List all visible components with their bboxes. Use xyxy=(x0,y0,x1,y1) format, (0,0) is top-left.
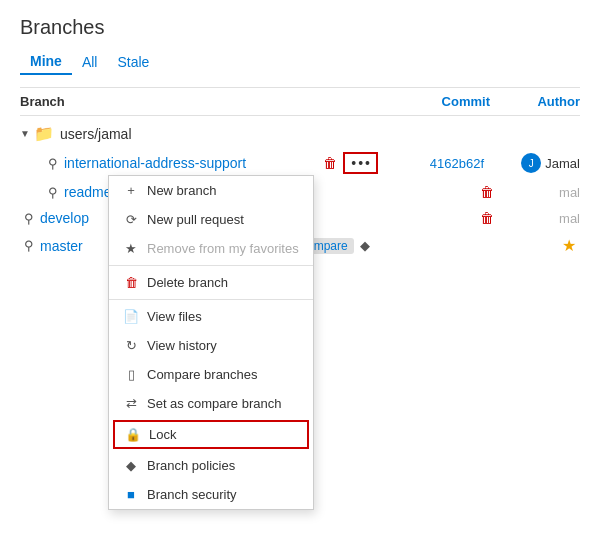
file-icon: 📄 xyxy=(123,309,139,324)
delete-branch-icon[interactable]: 🗑 xyxy=(323,155,337,171)
tabs-bar: Mine All Stale xyxy=(20,49,580,75)
menu-item-lock[interactable]: 🔒 Lock xyxy=(113,420,309,449)
compare-icon: ▯ xyxy=(123,367,139,382)
group-header[interactable]: ▼ 📁 users/jamal xyxy=(20,120,580,147)
commit-hash-international: 4162b62f xyxy=(384,156,484,171)
menu-label-set-compare: Set as compare branch xyxy=(147,396,281,411)
delete-develop-icon[interactable]: 🗑 xyxy=(480,210,494,226)
menu-label-lock: Lock xyxy=(149,427,176,442)
author-develop: mal xyxy=(500,211,580,226)
avatar-international: J xyxy=(521,153,541,173)
menu-item-view-history[interactable]: ↻ View history xyxy=(109,331,313,360)
tab-stale[interactable]: Stale xyxy=(107,49,159,75)
tab-all[interactable]: All xyxy=(72,49,108,75)
branch-actions-develop: 🗑 mal xyxy=(480,210,580,226)
menu-separator-1 xyxy=(109,265,313,266)
chevron-icon: ▼ xyxy=(20,128,30,139)
policy-icon: ◆ xyxy=(123,458,139,473)
branch-icon-develop: ⚲ xyxy=(24,211,34,226)
security-icon: ■ xyxy=(123,487,139,502)
menu-label-compare-branches: Compare branches xyxy=(147,367,258,382)
branch-group-users-jamal: ▼ 📁 users/jamal ⚲ international-address-… xyxy=(20,120,580,205)
branch-row-wrapper-international: ⚲ international-address-support 🗑 ••• 41… xyxy=(48,147,580,179)
menu-item-compare-branches[interactable]: ▯ Compare branches xyxy=(109,360,313,389)
page-container: Branches Mine All Stale Branch Commit Au… xyxy=(0,0,600,276)
menu-label-new-branch: New branch xyxy=(147,183,216,198)
col-commit-header: Commit xyxy=(390,94,490,109)
branch-list: ⚲ international-address-support 🗑 ••• 41… xyxy=(48,147,580,205)
menu-item-view-files[interactable]: 📄 View files xyxy=(109,302,313,331)
col-author-header: Author xyxy=(490,94,580,109)
menu-item-new-branch[interactable]: + New branch xyxy=(109,176,313,205)
menu-item-branch-policies[interactable]: ◆ Branch policies xyxy=(109,451,313,480)
table-header: Branch Commit Author xyxy=(20,87,580,116)
favorite-star-icon[interactable]: ★ xyxy=(562,236,576,255)
plus-icon: + xyxy=(123,183,139,198)
menu-label-view-files: View files xyxy=(147,309,202,324)
menu-separator-2 xyxy=(109,299,313,300)
delete-readme-icon[interactable]: 🗑 xyxy=(480,184,494,200)
tab-mine[interactable]: Mine xyxy=(20,49,72,75)
menu-label-branch-policies: Branch policies xyxy=(147,458,235,473)
lock-icon: 🔒 xyxy=(125,427,141,442)
menu-item-new-pull-request[interactable]: ⟳ New pull request xyxy=(109,205,313,234)
branch-actions-international: 🗑 ••• 4162b62f J Jamal xyxy=(323,152,580,174)
col-branch-header: Branch xyxy=(20,94,390,109)
folder-icon: 📁 xyxy=(34,124,54,143)
author-cell-international: J Jamal xyxy=(490,153,580,173)
author-readme: mal xyxy=(500,185,580,200)
context-menu: + New branch ⟳ New pull request ★ Remove… xyxy=(108,175,314,510)
star-icon-empty: ★ xyxy=(123,241,139,256)
branch-actions-readme: 🗑 mal xyxy=(480,184,580,200)
menu-item-set-compare[interactable]: ⇄ Set as compare branch xyxy=(109,389,313,418)
history-icon: ↻ xyxy=(123,338,139,353)
group-name: users/jamal xyxy=(60,126,132,142)
menu-item-branch-security[interactable]: ■ Branch security xyxy=(109,480,313,509)
menu-label-delete-branch: Delete branch xyxy=(147,275,228,290)
branch-icon-international: ⚲ xyxy=(48,156,58,171)
page-title: Branches xyxy=(20,16,580,39)
branch-icon-readme: ⚲ xyxy=(48,185,58,200)
menu-item-delete-branch[interactable]: 🗑 Delete branch xyxy=(109,268,313,297)
menu-label-new-pull-request: New pull request xyxy=(147,212,244,227)
branch-icon-master: ⚲ xyxy=(24,238,34,253)
menu-item-remove-favorites: ★ Remove from my favorites xyxy=(109,234,313,263)
branch-name-international[interactable]: international-address-support xyxy=(64,155,323,171)
menu-label-remove-favorites: Remove from my favorites xyxy=(147,241,299,256)
more-button-international[interactable]: ••• xyxy=(343,152,378,174)
trash-icon: 🗑 xyxy=(123,275,139,290)
menu-label-branch-security: Branch security xyxy=(147,487,237,502)
author-name-international: Jamal xyxy=(545,156,580,171)
menu-label-view-history: View history xyxy=(147,338,217,353)
pull-request-icon: ⟳ xyxy=(123,212,139,227)
policy-icon-master[interactable]: ◆ xyxy=(360,238,370,253)
compare2-icon: ⇄ xyxy=(123,396,139,411)
